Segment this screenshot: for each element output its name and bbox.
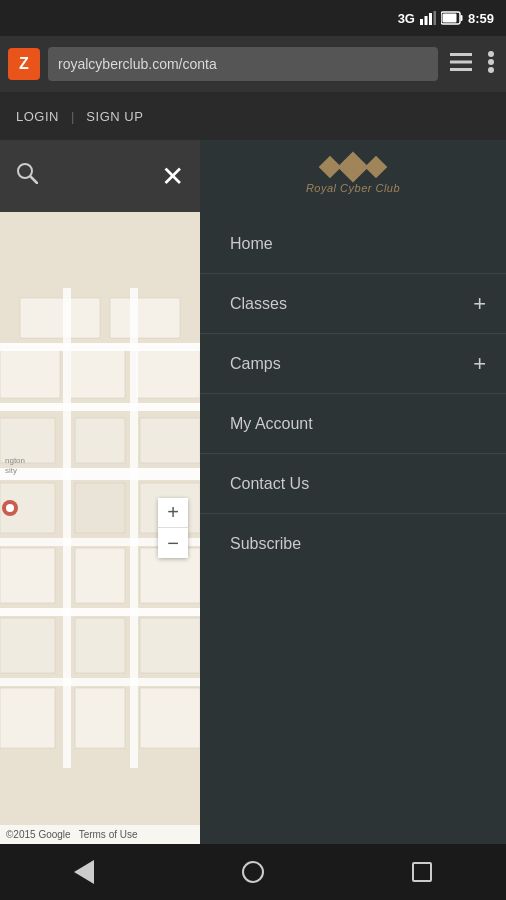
signup-button[interactable]: SIGN UP [86, 109, 143, 124]
browser-actions [446, 47, 498, 82]
bottom-nav-bar [0, 844, 506, 900]
svg-rect-20 [135, 348, 200, 398]
signal-indicator: 3G [398, 11, 415, 26]
more-icon [488, 51, 494, 73]
url-bar[interactable]: royalcyberclub.com/conta [48, 47, 438, 81]
svg-rect-18 [0, 348, 60, 398]
svg-rect-31 [75, 418, 125, 463]
svg-rect-5 [460, 15, 462, 21]
svg-text:sity: sity [5, 466, 17, 475]
right-panel: Royal Cyber Club Home Classes + Camps + … [200, 140, 506, 844]
svg-rect-40 [140, 618, 200, 673]
search-area: ✕ [0, 140, 200, 212]
map-area: ngton sity + − ©2015 Google Terms of Use [0, 212, 200, 844]
svg-rect-21 [0, 343, 200, 351]
browser-bar: Z royalcyberclub.com/conta [0, 36, 506, 92]
menu-item-subscribe[interactable]: Subscribe [200, 514, 506, 574]
svg-rect-24 [0, 468, 200, 480]
svg-rect-8 [450, 60, 472, 63]
hamburger-icon [450, 53, 472, 71]
svg-point-10 [488, 51, 494, 57]
svg-rect-6 [442, 14, 456, 23]
svg-rect-19 [70, 348, 125, 398]
svg-rect-38 [0, 618, 55, 673]
map-footer: ©2015 Google Terms of Use [0, 825, 200, 844]
svg-point-11 [488, 59, 494, 65]
svg-rect-43 [140, 688, 200, 748]
menu-items: Home Classes + Camps + My Account Contac… [200, 214, 506, 574]
zoom-in-button[interactable]: + [158, 498, 188, 528]
svg-rect-7 [450, 53, 472, 56]
search-icon-svg [16, 162, 38, 184]
close-button[interactable]: ✕ [161, 160, 184, 193]
nav-divider: | [71, 109, 74, 124]
menu-item-home-label: Home [230, 235, 273, 253]
svg-rect-32 [75, 483, 125, 533]
left-panel: ✕ [0, 140, 200, 844]
svg-rect-36 [75, 548, 125, 603]
map-copyright: ©2015 Google [6, 829, 71, 840]
browser-logo: Z [8, 48, 40, 80]
svg-point-47 [6, 504, 14, 512]
logo-diamonds [322, 156, 384, 178]
svg-rect-1 [424, 16, 427, 25]
svg-text:ngton: ngton [5, 456, 25, 465]
recents-square-icon [412, 862, 432, 882]
menu-item-classes[interactable]: Classes + [200, 274, 506, 334]
search-icon[interactable] [16, 162, 38, 190]
nav-back-button[interactable] [54, 844, 114, 900]
svg-rect-16 [20, 298, 100, 338]
camps-expand-icon[interactable]: + [473, 351, 486, 377]
status-bar: 3G 8:59 [0, 0, 506, 36]
svg-rect-41 [0, 688, 55, 748]
battery-icon [441, 11, 463, 25]
svg-rect-3 [433, 11, 436, 25]
zoom-controls: + − [158, 498, 188, 558]
menu-item-my-account-label: My Account [230, 415, 313, 433]
menu-item-subscribe-label: Subscribe [230, 535, 301, 553]
zoom-out-button[interactable]: − [158, 528, 188, 558]
status-icons: 3G 8:59 [398, 11, 494, 26]
nav-home-button[interactable] [223, 844, 283, 900]
signal-bars-icon [420, 11, 436, 25]
menu-item-my-account[interactable]: My Account [200, 394, 506, 454]
svg-rect-27 [0, 608, 200, 616]
time-display: 8:59 [468, 11, 494, 26]
svg-rect-0 [420, 19, 423, 25]
nav-recents-button[interactable] [392, 844, 452, 900]
svg-rect-23 [0, 403, 200, 411]
svg-point-12 [488, 67, 494, 73]
login-button[interactable]: LOGIN [16, 109, 59, 124]
top-nav-bar: LOGIN | SIGN UP [0, 92, 506, 140]
svg-rect-22 [63, 288, 71, 768]
svg-rect-35 [0, 548, 55, 603]
svg-line-14 [31, 177, 38, 184]
svg-rect-26 [130, 288, 138, 768]
svg-rect-33 [140, 418, 200, 463]
back-arrow-icon [74, 860, 94, 884]
diamond-right [365, 156, 388, 179]
svg-rect-9 [450, 68, 472, 71]
menu-item-camps-label: Camps [230, 355, 281, 373]
menu-item-classes-label: Classes [230, 295, 287, 313]
menu-item-home[interactable]: Home [200, 214, 506, 274]
menu-item-contact-us[interactable]: Contact Us [200, 454, 506, 514]
logo-area: Royal Cyber Club [306, 156, 400, 194]
browser-menu-button[interactable] [446, 49, 476, 80]
svg-rect-17 [110, 298, 180, 338]
classes-expand-icon[interactable]: + [473, 291, 486, 317]
browser-more-button[interactable] [484, 47, 498, 82]
menu-item-camps[interactable]: Camps + [200, 334, 506, 394]
home-circle-icon [242, 861, 264, 883]
svg-rect-2 [429, 13, 432, 25]
main-area: ✕ [0, 140, 506, 844]
map-terms[interactable]: Terms of Use [79, 829, 138, 840]
logo-text: Royal Cyber Club [306, 182, 400, 194]
svg-rect-42 [75, 688, 125, 748]
svg-rect-28 [0, 678, 200, 686]
menu-item-contact-us-label: Contact Us [230, 475, 309, 493]
svg-rect-39 [75, 618, 125, 673]
